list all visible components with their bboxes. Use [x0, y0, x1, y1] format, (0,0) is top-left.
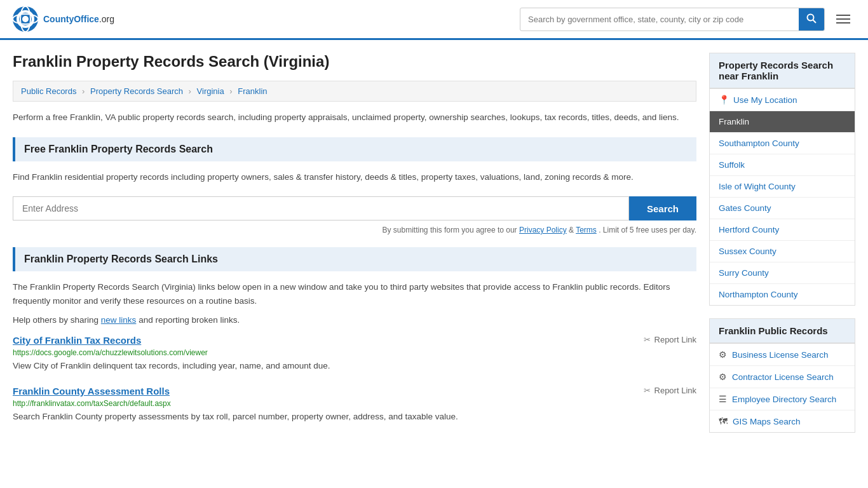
report-link-1[interactable]: ✂ Report Link — [644, 335, 696, 344]
sussex-link[interactable]: Sussex County — [719, 247, 776, 256]
business-license-link[interactable]: Business License Search — [732, 350, 829, 360]
sidebar-item-employee-directory[interactable]: ☰ Employee Directory Search — [710, 388, 855, 410]
sidebar-item-hertford[interactable]: Hertford County — [710, 219, 855, 241]
main-container: Franklin Property Records Search (Virgin… — [0, 40, 868, 458]
record-desc-2: Search Franklin County property assessme… — [13, 410, 696, 423]
new-links-link[interactable]: new links — [101, 315, 137, 325]
gear-icon-contractor: ⚙ — [719, 372, 727, 382]
hertford-link[interactable]: Hertford County — [719, 225, 779, 234]
sidebar-item-franklin[interactable]: Franklin — [710, 111, 855, 133]
sidebar-public-records-section: Franklin Public Records ⚙ Business Licen… — [709, 318, 855, 433]
sidebar-nearby-list: 📍 Use My Location Franklin Southampton C… — [709, 88, 855, 306]
northampton-link[interactable]: Northampton County — [719, 290, 798, 299]
form-note: By submitting this form you agree to our… — [13, 226, 696, 234]
record-item-header-2: Franklin County Assessment Rolls ✂ Repor… — [13, 386, 696, 396]
gis-maps-link[interactable]: GIS Maps Search — [733, 417, 801, 426]
address-search-form: Search — [13, 196, 696, 220]
sidebar-item-sussex[interactable]: Sussex County — [710, 241, 855, 262]
sidebar-item-isle-of-wight[interactable]: Isle of Wight County — [710, 176, 855, 198]
sidebar-item-surry[interactable]: Surry County — [710, 262, 855, 284]
location-dot-icon: 📍 — [719, 95, 729, 105]
sidebar-item-business-license[interactable]: ⚙ Business License Search — [710, 344, 855, 366]
privacy-policy-link[interactable]: Privacy Policy — [519, 226, 567, 234]
logo-text: CountyOffice.org — [43, 14, 114, 24]
breadcrumb-property-records[interactable]: Property Records Search — [90, 86, 183, 96]
list-icon-employee: ☰ — [719, 394, 727, 404]
svg-point-6 — [808, 14, 814, 20]
record-desc-1: View City of Franklin delinquent tax rec… — [13, 360, 696, 372]
report-icon-2: ✂ — [644, 386, 651, 395]
record-item-header-1: City of Franklin Tax Records ✂ Report Li… — [13, 335, 696, 346]
breadcrumb-franklin[interactable]: Franklin — [238, 86, 267, 96]
links-description: The Franklin Property Records Search (Vi… — [13, 280, 696, 308]
header: CountyOffice.org — [0, 0, 868, 40]
address-input[interactable] — [13, 196, 629, 220]
record-url-1: https://docs.google.com/a/chuzzlewitsolu… — [13, 348, 696, 357]
logo[interactable]: CountyOffice.org — [13, 6, 114, 32]
contractor-license-link[interactable]: Contractor License Search — [732, 372, 834, 382]
sidebar-item-use-location[interactable]: 📍 Use My Location — [710, 89, 855, 111]
svg-point-3 — [22, 16, 29, 22]
report-link-2[interactable]: ✂ Report Link — [644, 386, 696, 395]
page-title: Franklin Property Records Search (Virgin… — [13, 53, 696, 71]
share-line: Help others by sharing new links and rep… — [13, 315, 696, 325]
svg-line-7 — [813, 20, 817, 23]
sidebar-nearby-section: Property Records Search near Franklin 📍 … — [709, 53, 855, 306]
sidebar-public-records-title: Franklin Public Records — [709, 318, 855, 343]
sidebar-nearby-title: Property Records Search near Franklin — [709, 53, 855, 88]
sidebar-item-southampton[interactable]: Southampton County — [710, 133, 855, 154]
surry-link[interactable]: Surry County — [719, 268, 769, 278]
sidebar-item-gates-county[interactable]: Gates County — [710, 198, 855, 219]
record-title-1[interactable]: City of Franklin Tax Records — [13, 335, 141, 346]
southampton-link[interactable]: Southampton County — [719, 139, 799, 148]
record-title-2[interactable]: Franklin County Assessment Rolls — [13, 386, 170, 396]
search-icon — [806, 13, 817, 24]
report-icon-1: ✂ — [644, 335, 651, 344]
hamburger-menu[interactable] — [831, 10, 855, 29]
record-item-2: Franklin County Assessment Rolls ✂ Repor… — [13, 386, 696, 423]
links-section-header: Franklin Property Records Search Links — [13, 247, 696, 271]
search-button[interactable]: Search — [629, 196, 696, 220]
logo-icon — [13, 6, 38, 32]
breadcrumb: Public Records › Property Records Search… — [13, 81, 696, 102]
gates-county-link[interactable]: Gates County — [719, 203, 771, 213]
use-location-link[interactable]: Use My Location — [733, 95, 797, 105]
global-search-button[interactable] — [799, 8, 824, 30]
page-description: Perform a free Franklin, VA public prope… — [13, 111, 696, 125]
record-item: City of Franklin Tax Records ✂ Report Li… — [13, 335, 696, 372]
header-right — [520, 8, 855, 31]
sidebar-item-northampton[interactable]: Northampton County — [710, 284, 855, 305]
sidebar-public-records-list: ⚙ Business License Search ⚙ Contractor L… — [709, 343, 855, 433]
map-icon-gis: 🗺 — [719, 416, 728, 426]
global-search-input[interactable] — [520, 10, 799, 29]
sidebar: Property Records Search near Franklin 📍 … — [709, 53, 855, 445]
suffolk-link[interactable]: Suffolk — [719, 160, 745, 170]
breadcrumb-public-records[interactable]: Public Records — [21, 86, 76, 96]
sidebar-item-gis-maps[interactable]: 🗺 GIS Maps Search — [710, 410, 855, 432]
global-search[interactable] — [520, 8, 825, 31]
terms-link[interactable]: Terms — [576, 226, 597, 234]
sidebar-item-suffolk[interactable]: Suffolk — [710, 154, 855, 176]
record-url-2: http://franklinvatax.com/taxSearch/defau… — [13, 399, 696, 408]
free-search-description: Find Franklin residential property recor… — [13, 170, 696, 184]
free-search-header: Free Franklin Property Records Search — [13, 137, 696, 161]
sidebar-item-contractor-license[interactable]: ⚙ Contractor License Search — [710, 366, 855, 388]
breadcrumb-virginia[interactable]: Virginia — [197, 86, 224, 96]
employee-directory-link[interactable]: Employee Directory Search — [732, 395, 836, 404]
isle-of-wight-link[interactable]: Isle of Wight County — [719, 182, 796, 191]
gear-icon-business: ⚙ — [719, 349, 727, 360]
content-area: Franklin Property Records Search (Virgin… — [13, 53, 696, 445]
